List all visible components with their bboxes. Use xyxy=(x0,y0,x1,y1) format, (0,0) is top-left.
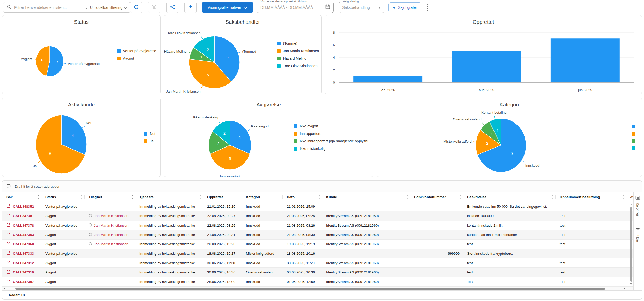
legend-item[interactable]: Ikke innrapportert pga manglende opplysn… xyxy=(294,139,371,143)
column-menu-icon[interactable] xyxy=(623,195,624,199)
clear-filter-button[interactable] xyxy=(148,2,160,13)
column-filter-icon[interactable] xyxy=(455,195,458,199)
legend-item[interactable]: Ikke mistenkelig xyxy=(294,146,371,151)
column-header-kunde[interactable]: Kunde xyxy=(322,192,410,202)
table-row[interactable]: CALL347378Venter på avgjørelseJan Martin… xyxy=(2,221,633,230)
legend-item[interactable]: (Tomme) xyxy=(277,41,319,45)
case-link[interactable]: CALL347360 xyxy=(6,242,39,246)
download-button[interactable] xyxy=(184,2,197,13)
column-menu-icon[interactable] xyxy=(319,195,320,199)
legend-item[interactable]: Håvard Meling xyxy=(277,56,319,60)
bar-juni 2025[interactable] xyxy=(551,38,620,82)
legend-item[interactable] xyxy=(632,125,635,128)
tab-filtre[interactable]: Filtre xyxy=(634,228,641,242)
table-row[interactable]: CALL347333Venter på avgjørelseInnmelding… xyxy=(2,249,633,258)
scroll-down-arrow[interactable] xyxy=(630,283,632,285)
column-header-av[interactable]: Av xyxy=(626,192,633,202)
legend-item[interactable] xyxy=(632,139,635,143)
column-filter-icon[interactable] xyxy=(234,195,237,199)
case-link[interactable]: CALL347378 xyxy=(6,223,39,228)
legend-item[interactable]: Ja xyxy=(144,139,155,143)
column-filter-icon[interactable] xyxy=(127,195,130,199)
column-header-oppsummert[interactable]: Oppsummert beslutning xyxy=(556,192,626,202)
assignee-link[interactable]: Jan Martin Kristiansen xyxy=(89,214,133,218)
column-filter-icon[interactable] xyxy=(402,195,405,199)
toolbar-overflow-menu[interactable] xyxy=(425,3,430,12)
hide-graphs-button[interactable]: Skjul grafer xyxy=(388,2,421,12)
column-filter-icon[interactable] xyxy=(547,195,551,199)
legend-item[interactable]: Innrapportert xyxy=(294,132,371,136)
instant-filter-dropdown[interactable]: Umiddelbar filtrering xyxy=(84,5,127,10)
case-link[interactable]: CALL347312 xyxy=(6,260,39,265)
column-header-sak[interactable]: Sak xyxy=(2,192,41,202)
table-row[interactable]: CALL348352Venter på avgjørelseInnmelding… xyxy=(2,202,633,211)
vertical-scrollbar[interactable] xyxy=(630,204,633,285)
case-link[interactable]: CALL347307 xyxy=(6,279,39,284)
assignee-link[interactable]: Jan Martin Kristiansen xyxy=(89,242,133,246)
column-filter-icon[interactable] xyxy=(33,195,36,199)
column-menu-icon[interactable] xyxy=(280,195,280,199)
case-link[interactable]: CALL347333 xyxy=(6,251,39,256)
search-box[interactable]: Umiddelbar filtrering xyxy=(3,2,130,13)
legend-item[interactable]: Venter på avgjørelse xyxy=(117,49,156,53)
legend-item[interactable]: Ikke avgjort xyxy=(294,124,371,128)
share-button[interactable] xyxy=(166,2,178,13)
scroll-up-arrow[interactable] xyxy=(630,204,632,205)
case-link[interactable]: CALL347381 xyxy=(6,213,39,218)
table-row[interactable]: CALL347360AvgjortJan Martin KristiansenI… xyxy=(2,240,633,249)
column-filter-icon[interactable] xyxy=(618,195,621,199)
date-range-input[interactable] xyxy=(260,5,325,10)
column-header-tilegnet[interactable]: Tilegnet xyxy=(85,192,135,202)
column-menu-icon[interactable] xyxy=(407,195,408,199)
table-row[interactable]: CALL347381AvgjortJan Martin KristiansenI… xyxy=(2,211,633,221)
column-header-dato[interactable]: Dato xyxy=(283,192,322,202)
column-menu-icon[interactable] xyxy=(460,195,461,199)
date-range-field[interactable]: Vis henvendelser opprettet i tidsrom xyxy=(257,2,334,13)
column-header-beskrivelse[interactable]: Beskrivelse xyxy=(463,192,556,202)
case-link[interactable]: CALL348352 xyxy=(6,204,39,209)
bar-aug. 2025[interactable] xyxy=(452,51,521,82)
assignee-link[interactable]: Jan Martin Kristiansen xyxy=(89,223,133,227)
row-group-dropzone[interactable]: Dra hit for å sette radgrupper xyxy=(2,181,642,192)
legend-item[interactable] xyxy=(632,132,635,136)
view-select[interactable]: Velg visning Saksbehandling xyxy=(339,2,384,13)
legend-item[interactable]: Tore Olav Kristiansen xyxy=(277,64,319,68)
view-options-button[interactable]: Visningsalternativer xyxy=(202,2,253,13)
refresh-button[interactable] xyxy=(130,2,142,13)
horizontal-scroll-thumb[interactable] xyxy=(15,288,605,290)
bar-jan. 2026[interactable] xyxy=(353,76,422,82)
scroll-left-arrow[interactable] xyxy=(4,288,5,290)
column-header-status[interactable]: Status xyxy=(41,192,85,202)
search-input[interactable] xyxy=(14,5,84,10)
assignee-link[interactable]: Jan Martin Kristiansen xyxy=(89,233,133,237)
scroll-right-arrow[interactable] xyxy=(624,288,625,290)
column-menu-icon[interactable] xyxy=(81,195,82,199)
column-filter-icon[interactable] xyxy=(76,195,80,199)
table-row[interactable]: CALL347363AvgjortJan Martin KristiansenI… xyxy=(2,230,633,240)
column-header-kategori[interactable]: Kategori xyxy=(242,192,283,202)
column-menu-icon[interactable] xyxy=(239,195,239,199)
column-header-tjeneste[interactable]: Tjeneste xyxy=(135,192,203,202)
column-filter-icon[interactable] xyxy=(274,195,278,199)
column-filter-icon[interactable] xyxy=(314,195,317,199)
tab-kolonner[interactable]: Kolonner xyxy=(634,195,642,217)
vertical-scroll-thumb[interactable] xyxy=(630,207,632,282)
column-menu-icon[interactable] xyxy=(552,195,553,199)
column-menu-icon[interactable] xyxy=(38,195,39,199)
column-header-bankkontonummer[interactable]: Bankkontonummer xyxy=(410,192,463,202)
legend-item[interactable]: Nei xyxy=(144,132,155,136)
table-row[interactable]: CALL347307AvgjortInnmelding av hvitvaski… xyxy=(2,277,633,286)
case-link[interactable]: CALL347363 xyxy=(6,232,39,237)
column-filter-icon[interactable] xyxy=(195,195,198,199)
case-link[interactable]: CALL347310 xyxy=(6,270,39,275)
legend-item[interactable]: Jan Martin Kristiansen xyxy=(277,49,319,53)
calendar-icon[interactable] xyxy=(325,4,330,10)
column-menu-icon[interactable] xyxy=(132,195,133,199)
table-row[interactable]: CALL347310AvgjortInnmelding av hvitvaski… xyxy=(2,268,633,277)
column-menu-icon[interactable] xyxy=(200,195,201,199)
column-header-opprettet[interactable]: Opprettet xyxy=(203,192,242,202)
horizontal-scrollbar[interactable] xyxy=(2,287,633,290)
legend-item[interactable] xyxy=(632,146,635,150)
table-row[interactable]: CALL347312AvgjortInnmelding av hvitvaski… xyxy=(2,258,633,268)
legend-item[interactable]: Avgjort xyxy=(117,56,156,60)
